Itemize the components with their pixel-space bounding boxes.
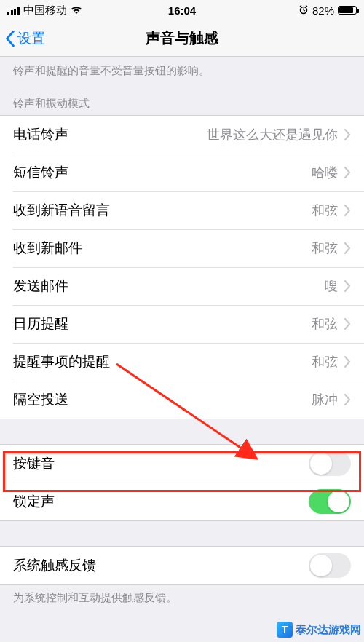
page-title: 声音与触感	[146, 28, 218, 48]
lock-sound-toggle[interactable]	[309, 489, 351, 514]
nav-bar: 设置 声音与触感	[0, 20, 364, 57]
watermark-text: 泰尔达游戏网	[296, 623, 361, 637]
keyboard-clicks-toggle[interactable]	[309, 451, 351, 476]
chevron-right-icon	[344, 129, 351, 140]
sounds-group: 电话铃声 世界这么大还是遇见你 短信铃声 哈喽 收到新语音留言 和弦 收到新邮件…	[0, 115, 364, 419]
row-value: 嗖	[325, 277, 338, 295]
row-label: 按键音	[13, 454, 309, 473]
row-ringtone[interactable]: 电话铃声 世界这么大还是遇见你	[0, 116, 364, 154]
row-label: 收到新语音留言	[13, 201, 312, 220]
system-haptics-toggle[interactable]	[309, 553, 351, 578]
row-label: 短信铃声	[13, 163, 312, 182]
row-label: 隔空投送	[13, 390, 312, 409]
alarm-icon	[298, 4, 309, 17]
status-bar: 中国移动 16:04 82%	[0, 0, 364, 20]
row-value: 哈喽	[312, 164, 338, 181]
row-voicemail[interactable]: 收到新语音留言 和弦	[0, 191, 364, 229]
row-label: 锁定声	[13, 492, 309, 511]
chevron-right-icon	[344, 242, 351, 254]
chevron-right-icon	[344, 167, 351, 178]
signal-icon	[7, 7, 20, 15]
chevron-right-icon	[344, 318, 351, 330]
volume-note: 铃声和提醒的音量不受音量按钮的影响。	[0, 57, 364, 87]
row-reminders[interactable]: 提醒事项的提醒 和弦	[0, 343, 364, 381]
row-label: 发送邮件	[13, 277, 325, 296]
wifi-icon	[71, 4, 82, 17]
row-label: 日历提醒	[13, 314, 312, 333]
row-value: 和弦	[312, 353, 338, 370]
battery-pct-label: 82%	[312, 4, 334, 17]
watermark-logo-icon: T	[277, 622, 293, 638]
row-label: 提醒事项的提醒	[13, 352, 312, 371]
row-value: 和弦	[312, 239, 338, 257]
chevron-left-icon	[4, 31, 16, 47]
back-button[interactable]: 设置	[0, 29, 45, 48]
row-value: 和弦	[312, 315, 338, 333]
row-label: 系统触感反馈	[13, 556, 309, 575]
status-time: 16:04	[168, 4, 196, 17]
row-keyboard-clicks: 按键音	[0, 445, 364, 483]
row-label: 收到新邮件	[13, 239, 312, 258]
watermark: T 泰尔达游戏网	[277, 622, 361, 638]
row-system-haptics: 系统触感反馈	[0, 547, 364, 584]
row-value: 世界这么大还是遇见你	[207, 126, 338, 143]
row-new-mail[interactable]: 收到新邮件 和弦	[0, 229, 364, 267]
row-value: 脉冲	[312, 391, 338, 408]
carrier-label: 中国移动	[23, 4, 67, 17]
row-lock-sound: 锁定声	[0, 483, 364, 520]
row-label: 电话铃声	[13, 125, 207, 144]
row-sent-mail[interactable]: 发送邮件 嗖	[0, 267, 364, 305]
battery-icon	[338, 6, 357, 15]
chevron-right-icon	[344, 280, 351, 292]
back-label: 设置	[17, 29, 45, 48]
haptic-footer-note: 为系统控制和互动提供触感反馈。	[0, 585, 364, 611]
row-calendar[interactable]: 日历提醒 和弦	[0, 305, 364, 343]
row-text-tone[interactable]: 短信铃声 哈喽	[0, 154, 364, 191]
status-right: 82%	[298, 4, 357, 17]
chevron-right-icon	[344, 205, 351, 216]
chevron-right-icon	[344, 356, 351, 368]
row-airdrop[interactable]: 隔空投送 脉冲	[0, 381, 364, 419]
section-header-sounds: 铃声和振动模式	[0, 87, 364, 115]
toggles-group-1: 按键音 锁定声	[0, 444, 364, 521]
toggles-group-2: 系统触感反馈	[0, 546, 364, 585]
row-value: 和弦	[312, 202, 338, 219]
chevron-right-icon	[344, 394, 351, 405]
status-left: 中国移动	[7, 4, 82, 17]
